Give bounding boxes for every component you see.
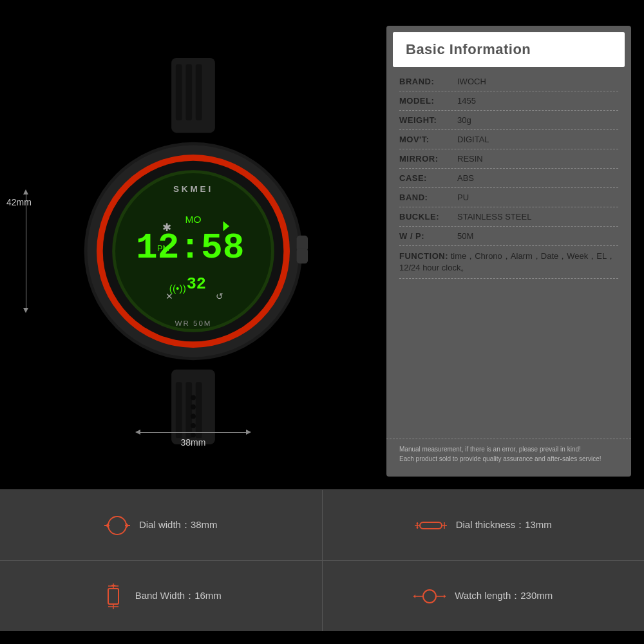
info-row: W / P:50M (399, 227, 618, 246)
svg-text:✱: ✱ (162, 221, 171, 234)
info-row-value: ABS (457, 173, 618, 183)
svg-point-10 (191, 414, 196, 419)
footer-line2: Each product sold to provide quality ass… (399, 454, 618, 464)
svg-text:WR 50M: WR 50M (175, 319, 212, 327)
svg-text:✕: ✕ (166, 292, 173, 301)
svg-text:12:58: 12:58 (136, 227, 244, 269)
info-row-label: W / P: (399, 231, 457, 241)
svg-marker-42 (416, 522, 419, 524)
spec-dial-thickness: Dial thickness：13mm (323, 490, 645, 560)
info-row-label: MIRROR: (399, 154, 457, 164)
svg-point-50 (423, 590, 436, 603)
info-row: CASE:ABS (399, 169, 618, 188)
spec-watch-length: Watch length：230mm (323, 561, 645, 631)
info-row-label: CASE: (399, 173, 457, 183)
watch-area: 42mm (13, 19, 374, 483)
info-row: BUCKLE:STAINLESS STEEL (399, 207, 618, 227)
band-width-icon (100, 583, 126, 609)
info-row-label: BAND: (399, 193, 457, 202)
info-rows: BRAND:IWOCHMODEL:1455WEIGHT:30gMOV'T:DIG… (386, 67, 631, 439)
specs-row-2: Band Width：16mm Watch length：230mm (0, 560, 644, 631)
info-row-value: 50M (457, 231, 618, 241)
watch-length-label: Watch length：230mm (455, 590, 553, 602)
svg-rect-31 (297, 248, 308, 263)
bottom-specs-section: Dial width：38mm Dial thick (0, 489, 644, 631)
spec-band-width: Band Width：16mm (0, 561, 323, 631)
info-function-row: FUNCTION: time，Chrono，Alarm，Date，Week，EL… (399, 246, 618, 279)
watch-image: SKMEI WR 50M 12:58 MO PM 32 (71, 58, 316, 444)
svg-marker-35 (106, 523, 108, 528)
info-function-content: FUNCTION: time，Chrono，Alarm，Date，Week，EL… (399, 251, 618, 274)
info-row-label: WEIGHT: (399, 115, 457, 125)
top-section: 42mm (0, 0, 644, 489)
svg-point-11 (191, 423, 196, 428)
svg-text:↺: ↺ (216, 292, 223, 301)
svg-point-8 (191, 395, 196, 401)
dial-width-icon (104, 514, 130, 537)
svg-marker-36 (126, 523, 129, 528)
svg-rect-37 (420, 522, 442, 529)
info-title-bar: Basic Information (393, 32, 625, 67)
svg-rect-2 (185, 64, 192, 120)
info-row: MOV'T:DIGITAL (399, 130, 618, 149)
info-row-value: PU (457, 193, 618, 202)
info-row-value: RESIN (457, 154, 618, 164)
info-row-value: 30g (457, 115, 618, 125)
info-row-value: STAINLESS STEEL (457, 212, 618, 222)
info-row-value: 1455 (457, 96, 618, 106)
width-dimension-label: 38mm (181, 437, 206, 448)
info-footer: Manual measurement, if there is an error… (386, 439, 631, 471)
footer-line1: Manual measurement, if there is an error… (399, 444, 618, 454)
main-container: 42mm (0, 0, 644, 644)
svg-text:MO: MO (185, 214, 202, 225)
svg-rect-44 (108, 589, 118, 604)
info-row: MODEL:1455 (399, 91, 618, 111)
svg-point-9 (191, 404, 196, 410)
dial-thickness-icon (415, 516, 447, 535)
svg-rect-1 (176, 64, 182, 120)
spec-dial-width: Dial width：38mm (0, 490, 323, 560)
svg-text:PM: PM (157, 244, 169, 253)
dial-width-label: Dial width：38mm (139, 519, 218, 531)
svg-marker-53 (413, 594, 415, 598)
info-row: MIRROR:RESIN (399, 149, 618, 169)
svg-point-32 (108, 516, 126, 535)
info-row: BAND:PU (399, 188, 618, 207)
svg-marker-54 (444, 594, 446, 598)
info-title: Basic Information (406, 41, 612, 58)
specs-row-1: Dial width：38mm Dial thick (0, 489, 644, 560)
info-row-value: DIGITAL (457, 135, 618, 144)
info-row: BRAND:IWOCH (399, 72, 618, 91)
info-row: WEIGHT:30g (399, 111, 618, 130)
svg-text:32: 32 (187, 275, 206, 294)
height-dimension-label: 42mm (6, 197, 32, 207)
band-width-label: Band Width：16mm (135, 590, 222, 602)
info-row-value: IWOCH (457, 77, 618, 86)
info-row-label: MODEL: (399, 96, 457, 106)
function-label: FUNCTION: (399, 251, 448, 261)
svg-text:SKMEI: SKMEI (173, 184, 213, 194)
svg-marker-43 (416, 527, 419, 529)
dial-thickness-label: Dial thickness：13mm (456, 519, 552, 531)
svg-rect-3 (196, 64, 202, 120)
info-row-label: BRAND: (399, 77, 457, 86)
info-panel: Basic Information BRAND:IWOCHMODEL:1455W… (386, 26, 631, 477)
info-row-label: BUCKLE: (399, 212, 457, 222)
watch-length-icon (413, 585, 446, 608)
info-row-label: MOV'T: (399, 135, 457, 144)
